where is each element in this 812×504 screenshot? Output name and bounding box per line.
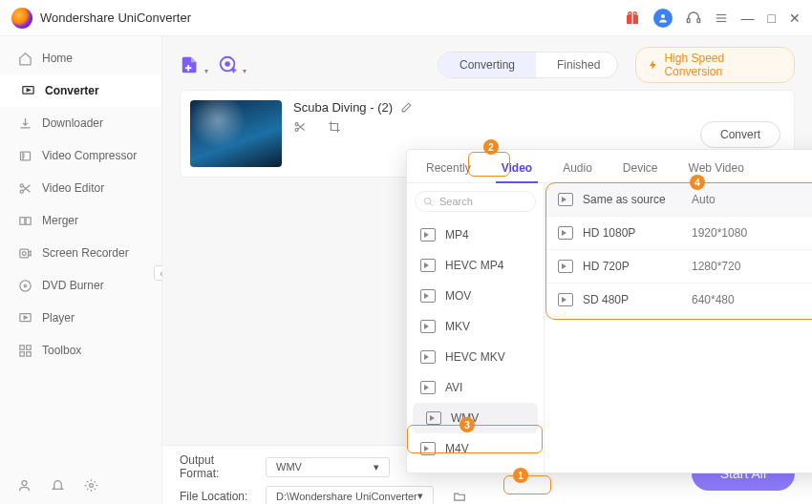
close-icon[interactable]: ✕ xyxy=(789,10,801,26)
svg-rect-17 xyxy=(26,217,31,224)
file-title: Scuba Diving - (2) xyxy=(293,100,393,115)
add-file-button[interactable]: ▾ xyxy=(180,54,201,75)
download-icon xyxy=(17,116,32,131)
svg-rect-13 xyxy=(20,152,30,160)
sidebar-item-label: DVD Burner xyxy=(42,279,104,292)
convert-button[interactable]: Convert xyxy=(700,121,780,148)
sidebar-item-merger[interactable]: Merger xyxy=(0,204,161,237)
chevron-down-icon: ▾ xyxy=(374,461,379,473)
resolution-row[interactable]: Same as sourceAuto xyxy=(545,183,812,217)
svg-point-19 xyxy=(22,251,26,255)
sidebar-item-dvd[interactable]: DVD Burner xyxy=(0,269,161,302)
popup-tab-recently[interactable]: Recently xyxy=(420,158,477,182)
user-icon[interactable] xyxy=(17,478,32,493)
svg-rect-2 xyxy=(631,14,632,23)
svg-point-5 xyxy=(661,14,665,18)
video-format-icon xyxy=(420,442,436,455)
svg-rect-27 xyxy=(26,351,30,355)
sidebar-item-label: Downloader xyxy=(42,116,103,130)
minimize-icon[interactable]: — xyxy=(741,10,755,26)
converter-icon xyxy=(20,83,35,98)
sidebar-item-editor[interactable]: Video Editor xyxy=(0,172,161,204)
format-m4v[interactable]: M4V xyxy=(407,433,544,464)
format-mov[interactable]: MOV xyxy=(407,281,544,311)
svg-point-29 xyxy=(90,484,94,488)
resolution-list: Same as sourceAuto HD 1080P1920*1080 HD … xyxy=(545,183,812,472)
compress-icon xyxy=(17,148,32,163)
callout-number-4: 4 xyxy=(690,175,705,190)
format-hevc-mkv[interactable]: HEVC MKV xyxy=(407,342,544,372)
output-format-label: Output Format: xyxy=(180,453,256,480)
resolution-row[interactable]: HD 1080P1920*1080 xyxy=(545,217,812,250)
format-mkv[interactable]: MKV xyxy=(407,311,544,342)
tab-finished[interactable]: Finished xyxy=(536,52,618,77)
svg-point-4 xyxy=(633,11,636,14)
edit-title-icon[interactable] xyxy=(400,101,413,114)
tab-converting[interactable]: Converting xyxy=(438,52,536,77)
output-format-select[interactable]: WMV▾ xyxy=(266,457,390,477)
grid-icon xyxy=(17,343,32,358)
format-wmv[interactable]: WMV xyxy=(413,403,538,433)
settings-icon[interactable] xyxy=(84,478,98,493)
resolution-row[interactable]: SD 480P640*480 xyxy=(545,284,812,317)
callout-number-2: 2 xyxy=(483,139,499,155)
trim-icon[interactable] xyxy=(293,120,307,134)
sidebar-item-compressor[interactable]: Video Compressor xyxy=(0,139,161,172)
sidebar-item-toolbox[interactable]: Toolbox xyxy=(0,334,161,367)
sidebar-item-label: Toolbox xyxy=(42,344,81,357)
svg-line-39 xyxy=(430,202,433,205)
merge-icon xyxy=(17,213,32,228)
resolution-icon xyxy=(558,293,573,306)
hsc-label: High Speed Conversion xyxy=(664,52,782,78)
content-area: ▾ ▾ Converting Finished High Speed Conve… xyxy=(162,36,812,504)
sidebar-item-label: Video Compressor xyxy=(42,149,137,162)
callout-number-3: 3 xyxy=(459,417,475,432)
bell-icon[interactable] xyxy=(51,478,65,493)
open-folder-icon[interactable] xyxy=(453,490,466,503)
format-mp4[interactable]: MP4 xyxy=(407,220,544,250)
sidebar-item-downloader[interactable]: Downloader xyxy=(0,107,161,139)
format-search-input[interactable]: Search xyxy=(415,191,536,212)
crop-icon[interactable] xyxy=(328,120,341,134)
format-avi[interactable]: AVI xyxy=(407,372,544,403)
svg-point-38 xyxy=(424,198,430,203)
sidebar-item-label: Screen Recorder xyxy=(42,246,129,260)
popup-tab-video[interactable]: Video xyxy=(496,158,538,182)
gift-icon[interactable] xyxy=(625,10,640,26)
popup-tab-audio[interactable]: Audio xyxy=(557,158,598,182)
maximize-icon[interactable]: □ xyxy=(768,10,776,26)
add-disc-button[interactable]: ▾ xyxy=(218,54,239,75)
svg-rect-6 xyxy=(687,18,690,22)
support-icon[interactable] xyxy=(686,10,701,26)
svg-rect-7 xyxy=(697,18,700,22)
file-location-select[interactable]: D:\Wondershare UniConverter▾ xyxy=(266,486,434,504)
disc-icon xyxy=(17,278,32,293)
svg-point-3 xyxy=(628,11,630,14)
toolbar: ▾ ▾ Converting Finished High Speed Conve… xyxy=(180,46,795,84)
svg-point-21 xyxy=(24,284,27,287)
svg-rect-26 xyxy=(19,351,23,355)
svg-marker-23 xyxy=(24,316,27,319)
sidebar-item-converter[interactable]: Converter xyxy=(0,74,161,107)
high-speed-badge[interactable]: High Speed Conversion xyxy=(635,47,795,83)
hamburger-menu-icon[interactable] xyxy=(715,11,728,25)
recorder-icon xyxy=(17,245,32,261)
video-thumbnail[interactable] xyxy=(190,100,282,167)
sidebar-item-home[interactable]: Home xyxy=(0,42,161,74)
user-avatar-icon[interactable] xyxy=(653,9,673,28)
svg-rect-31 xyxy=(185,67,191,69)
video-format-icon xyxy=(420,259,436,272)
format-hevc-mp4[interactable]: HEVC MP4 xyxy=(407,250,544,281)
sidebar-item-recorder[interactable]: Screen Recorder xyxy=(0,237,161,269)
resolution-row[interactable]: HD 720P1280*720 xyxy=(545,250,812,284)
resolution-icon xyxy=(558,260,573,273)
svg-point-28 xyxy=(22,481,27,486)
app-logo-icon xyxy=(11,8,32,29)
popup-tab-device[interactable]: Device xyxy=(617,158,664,182)
file-location-label: File Location: xyxy=(180,490,256,503)
sidebar-item-player[interactable]: Player xyxy=(0,302,161,334)
sidebar-item-label: Player xyxy=(42,311,75,325)
svg-rect-25 xyxy=(26,345,30,348)
sidebar: Home Converter Downloader Video Compress… xyxy=(0,36,162,504)
chevron-down-icon: ▾ xyxy=(417,490,423,502)
